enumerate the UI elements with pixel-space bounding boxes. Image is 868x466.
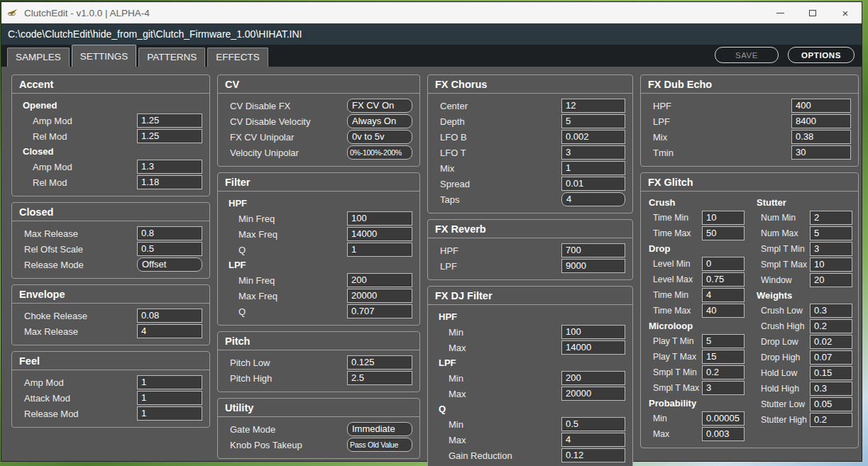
field-input-rel-ofst-scale[interactable]: 0.5	[137, 242, 202, 256]
panel-separator	[641, 93, 858, 94]
field-input-hold-high[interactable]: 0.3	[810, 382, 852, 396]
panel-body: Pitch Low0.125Pitch High2.5	[218, 354, 419, 386]
field-input-max[interactable]: 14000	[561, 340, 625, 355]
field-input-lfo-b[interactable]: 0.002	[561, 130, 625, 144]
field-input-level-max[interactable]: 0.75	[702, 272, 745, 287]
field-row-release-mode: Release ModeOffset	[19, 257, 202, 272]
subheader-q: Q	[435, 401, 625, 416]
field-dropdown-fx-cv-unipolar[interactable]: 0v to 5v	[347, 130, 412, 144]
field-dropdown-knob-pos-takeup[interactable]: Pass Old Value	[347, 438, 412, 452]
field-row-smpl-t-min: Smpl T Min3	[754, 241, 852, 257]
field-label: Level Max	[647, 274, 702, 284]
field-input-pitch-high[interactable]: 2.5	[347, 371, 412, 385]
field-input-stutter-low[interactable]: 0.05	[810, 397, 852, 411]
field-row-min: Min200	[435, 370, 625, 386]
field-input-gain-reduction[interactable]: 0.12	[561, 448, 625, 462]
field-input-pitch-low[interactable]: 0.125	[347, 355, 412, 370]
field-input-min[interactable]: 100	[561, 325, 625, 339]
field-input-max-release[interactable]: 0.8	[137, 226, 202, 240]
field-dropdown-taps[interactable]: 4	[561, 192, 625, 206]
field-input-window[interactable]: 20	[810, 273, 852, 287]
field-input-crush-high[interactable]: 0.2	[810, 319, 852, 333]
field-input-min-freq[interactable]: 200	[347, 273, 412, 287]
field-input-drop-low[interactable]: 0.02	[810, 335, 852, 349]
panel-body: OpenedAmp Mod1.25Rel Mod1.25ClosedAmp Mo…	[12, 97, 209, 190]
tab-samples[interactable]: SAMPLES	[7, 48, 70, 67]
field-input-mix[interactable]: 1	[561, 161, 625, 175]
tab-patterns[interactable]: PATTERNS	[138, 48, 205, 67]
field-input-tmin[interactable]: 30	[791, 145, 851, 160]
field-input-play-t-max[interactable]: 15	[702, 350, 745, 364]
field-label: Smpl T Max	[754, 260, 810, 270]
field-input-lfo-t[interactable]: 3	[561, 145, 625, 160]
field-input-time-max[interactable]: 40	[702, 304, 745, 318]
field-dropdown-gate-mode[interactable]: Immediate	[347, 422, 412, 436]
field-input-max[interactable]: 0.003	[702, 427, 745, 441]
tab-settings[interactable]: SETTINGS	[72, 45, 137, 67]
field-input-smpl-t-max[interactable]: 3	[702, 381, 745, 395]
field-dropdown-cv-disable-fx[interactable]: FX CV On	[347, 99, 412, 113]
field-input-q[interactable]: 0.707	[347, 304, 412, 318]
field-label: Rel Mod	[19, 131, 137, 142]
field-dropdown-release-mode[interactable]: Offset	[137, 257, 202, 272]
field-input-max-freq[interactable]: 14000	[347, 227, 412, 241]
field-dropdown-cv-disable-velocity[interactable]: Always On	[347, 114, 412, 128]
panel-title: FX Glitch	[641, 173, 858, 191]
field-input-stutter-high[interactable]: 0.2	[810, 413, 852, 427]
tab-effects[interactable]: EFFECTS	[207, 48, 268, 67]
field-input-spread[interactable]: 0.01	[561, 177, 625, 191]
panel-separator	[428, 304, 632, 305]
field-input-mix[interactable]: 0.38	[791, 130, 851, 144]
field-input-amp-mod[interactable]: 1	[137, 375, 202, 389]
field-input-num-min[interactable]: 2	[810, 211, 852, 225]
field-row-amp-mod: Amp Mod1.25	[19, 113, 202, 128]
field-input-release-mod[interactable]: 1	[137, 406, 202, 421]
field-row-knob-pos-takeup: Knob Pos TakeupPass Old Value	[225, 437, 412, 453]
field-input-center[interactable]: 12	[561, 99, 625, 113]
save-button[interactable]: SAVE	[715, 47, 779, 63]
field-input-min[interactable]: 200	[561, 371, 625, 385]
panel-fx-dj-filter: FX DJ FilterHPFMin100Max14000LPFMin200Ma…	[427, 286, 633, 466]
field-input-lpf[interactable]: 9000	[561, 259, 625, 273]
field-input-min[interactable]: 0.00005	[702, 411, 745, 426]
field-input-amp-mod[interactable]: 1.3	[137, 160, 202, 174]
minimize-button[interactable]	[764, 2, 796, 23]
field-input-time-max[interactable]: 50	[702, 226, 745, 240]
field-input-min[interactable]: 0.5	[561, 417, 625, 431]
field-input-smpl-t-max[interactable]: 10	[810, 257, 852, 272]
field-input-attack-mod[interactable]: 1	[137, 391, 202, 405]
field-input-choke-release[interactable]: 0.08	[137, 309, 202, 323]
field-input-lpf[interactable]: 8400	[791, 114, 851, 128]
field-input-depth[interactable]: 5	[561, 114, 625, 128]
field-input-hpf[interactable]: 700	[561, 243, 625, 257]
field-input-rel-mod[interactable]: 1.18	[137, 175, 202, 189]
maximize-button[interactable]	[796, 2, 829, 23]
panel-title: Feel	[12, 352, 209, 370]
field-input-hold-low[interactable]: 0.15	[810, 366, 852, 380]
panel-closed: ClosedMax Release0.8Rel Ofst Scale0.5Rel…	[11, 202, 210, 279]
field-input-max-release[interactable]: 4	[137, 324, 202, 338]
field-input-max[interactable]: 4	[561, 433, 625, 447]
field-input-crush-low[interactable]: 0.3	[810, 304, 852, 318]
field-input-max-freq[interactable]: 20000	[347, 289, 412, 303]
field-input-play-t-min[interactable]: 5	[702, 334, 745, 348]
options-button[interactable]: OPTIONS	[788, 47, 855, 63]
field-input-num-max[interactable]: 5	[810, 226, 852, 240]
field-input-drop-high[interactable]: 0.07	[810, 350, 852, 365]
field-input-level-min[interactable]: 0	[702, 257, 745, 271]
field-row-drop-low: Drop Low0.02	[754, 334, 852, 350]
close-button[interactable]: ×	[829, 2, 862, 23]
panel-separator	[218, 416, 419, 417]
field-input-q[interactable]: 1	[347, 243, 412, 257]
field-input-time-min[interactable]: 10	[702, 211, 745, 225]
field-input-smpl-t-min[interactable]: 3	[810, 242, 852, 256]
field-input-smpl-t-min[interactable]: 0.2	[702, 365, 745, 379]
panel-title: FX DJ Filter	[428, 287, 632, 304]
field-input-hpf[interactable]: 400	[791, 99, 851, 113]
field-input-min-freq[interactable]: 100	[347, 211, 412, 226]
field-input-time-min[interactable]: 4	[702, 288, 745, 302]
field-input-rel-mod[interactable]: 1.25	[137, 129, 202, 143]
field-dropdown-velocity-unipolar[interactable]: 0%-100%-200%	[347, 145, 412, 160]
field-input-amp-mod[interactable]: 1.25	[137, 113, 202, 128]
field-input-max[interactable]: 20000	[561, 387, 625, 401]
